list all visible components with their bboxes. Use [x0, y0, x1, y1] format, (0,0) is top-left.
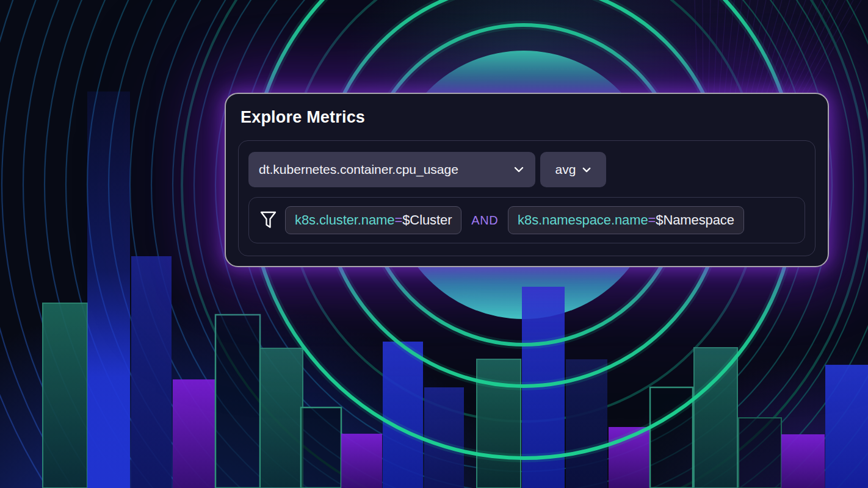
chevron-down-icon	[582, 167, 591, 173]
filter-condition-cluster[interactable]: k8s.cluster.name=$Cluster	[285, 206, 461, 234]
filter-joiner: AND	[470, 214, 499, 228]
query-builder: dt.kubernetes.container.cpu_usage avg k8…	[238, 140, 816, 256]
metric-select-row: dt.kubernetes.container.cpu_usage avg	[248, 152, 805, 187]
aggregation-select[interactable]: avg	[540, 152, 606, 187]
filter-bar: k8s.cluster.name=$Cluster AND k8s.namesp…	[248, 197, 805, 243]
filter-key: k8s.cluster.name	[295, 212, 394, 228]
chevron-down-icon	[514, 167, 524, 173]
filter-funnel-icon	[260, 211, 277, 230]
metric-select[interactable]: dt.kubernetes.container.cpu_usage	[248, 152, 535, 187]
background-bar	[131, 256, 172, 488]
background-bar	[260, 348, 303, 488]
filter-operator: =	[394, 212, 402, 228]
background-bar	[781, 434, 825, 488]
background-bar	[383, 342, 423, 488]
filter-value: $Namespace	[656, 212, 734, 228]
background-bar	[341, 434, 382, 488]
aggregation-select-value: avg	[555, 162, 576, 177]
background-bar	[215, 315, 260, 488]
background-bar	[87, 92, 130, 488]
metric-select-value: dt.kubernetes.container.cpu_usage	[259, 162, 458, 177]
background-bar	[825, 365, 868, 488]
page-title: Explore Metrics	[241, 107, 813, 127]
background-bar	[739, 418, 781, 488]
background-bar	[301, 407, 341, 488]
filter-value: $Cluster	[402, 212, 452, 228]
filter-operator: =	[648, 212, 656, 228]
background-bar	[173, 379, 215, 488]
background-bar	[43, 303, 87, 488]
filter-key: k8s.namespace.name	[518, 212, 648, 228]
explore-metrics-panel: Explore Metrics dt.kubernetes.container.…	[225, 93, 829, 267]
filter-condition-namespace[interactable]: k8s.namespace.name=$Namespace	[508, 206, 744, 234]
